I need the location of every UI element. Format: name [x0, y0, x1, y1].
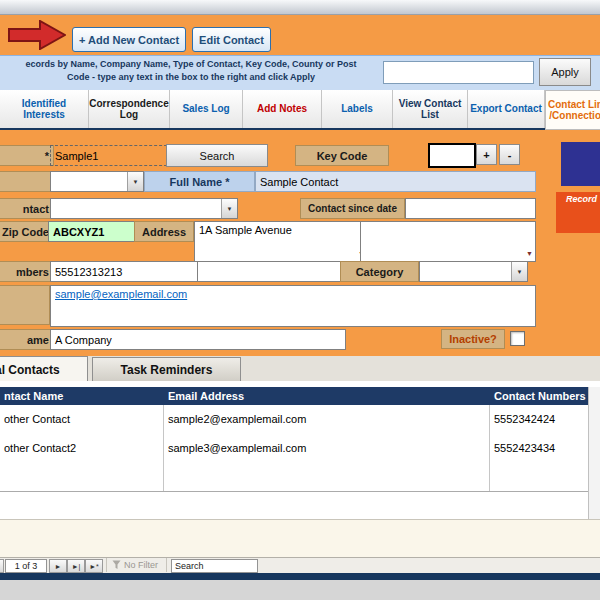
category-label: Category	[340, 261, 419, 282]
key-code-plus-button[interactable]: +	[476, 144, 497, 165]
table-row[interactable]: other Contact sample2@examplemail.com 55…	[0, 405, 588, 435]
cell-contact-numbers[interactable]: 5552423434	[494, 434, 555, 462]
new-record-button[interactable]: ►*	[85, 559, 103, 573]
navigator-divider	[166, 558, 167, 572]
nav-sales-log-button[interactable]: Sales Log	[170, 90, 243, 128]
cell-contact-numbers[interactable]: 5552342424	[494, 405, 555, 433]
inactive-checkbox[interactable]	[510, 331, 525, 346]
contact-since-date-input[interactable]	[405, 198, 536, 219]
previous-record-button[interactable]	[0, 559, 4, 573]
filter-funnel-icon	[112, 560, 121, 570]
contact-number-input-1[interactable]: 55512313213	[50, 261, 207, 282]
filter-status[interactable]: No Filter	[112, 558, 158, 572]
nav-view-contact-list-button[interactable]: View Contact List	[393, 90, 468, 128]
table-row-empty[interactable]	[0, 463, 588, 492]
title-dropdown[interactable]: ▼	[50, 171, 144, 192]
filter-instructions: ecords by Name, Company Name, Type of Co…	[0, 58, 382, 84]
cell-email-address[interactable]: sample3@examplemail.com	[168, 434, 306, 462]
subform-tab-strip	[0, 356, 600, 381]
filter-status-label: No Filter	[124, 560, 158, 570]
apply-button[interactable]: Apply	[539, 58, 591, 86]
window-bottom-bar	[0, 573, 600, 580]
edit-contact-button[interactable]: Edit Contact	[192, 27, 271, 52]
address-field-1[interactable]: 1A Sample Avenue ▼	[194, 221, 368, 262]
nav-export-contact-button[interactable]: Export Contact	[468, 90, 545, 128]
filter-instructions-line1: ecords by Name, Company Name, Type of Co…	[0, 58, 382, 71]
inactive-label: Inactive?	[441, 329, 505, 349]
cell-contact-name[interactable]: other Contact	[4, 405, 70, 433]
address-value: 1A Sample Avenue	[199, 224, 292, 236]
full-name-field[interactable]: Sample Contact	[255, 171, 536, 192]
column-header-contact-name: ntact Name	[4, 387, 63, 405]
column-divider	[163, 405, 164, 491]
zip-code-field[interactable]: ABCXYZ1	[48, 221, 141, 242]
full-name-label: Full Name *	[144, 171, 255, 192]
contact-since-date-label: Contact since date	[300, 198, 405, 219]
navigator-divider	[106, 558, 107, 572]
nav-contact-links-button[interactable]: Contact Links /Connections	[545, 90, 600, 130]
column-header-contact-numbers: Contact Numbers	[494, 387, 586, 405]
chevron-down-icon[interactable]: ▼	[221, 199, 237, 218]
filter-instructions-line2: Code - type any text in the box to the r…	[0, 71, 382, 84]
nav-button-row: Identified Interests Correspondence Log …	[0, 90, 600, 130]
filter-text-input[interactable]	[383, 61, 534, 84]
tab-additional-contacts[interactable]: onal Contacts	[0, 356, 88, 382]
search-button[interactable]: Search	[166, 144, 268, 167]
red-arrow-icon	[8, 20, 66, 50]
email-field[interactable]: sample@examplemail.com	[50, 285, 536, 327]
quick-search-input[interactable]: Sample1	[50, 145, 172, 166]
add-new-contact-button[interactable]: + Add New Contact	[72, 27, 186, 52]
chevron-down-icon[interactable]: ▼	[526, 250, 533, 257]
record-position-box[interactable]: 1 of 3	[5, 559, 47, 573]
table-header-row: ntact Name Email Address Contact Numbers	[0, 387, 588, 405]
table-scrollbar[interactable]	[588, 387, 600, 519]
nav-labels-button[interactable]: Labels	[322, 90, 393, 128]
app-window: + Add New Contact Edit Contact ecords by…	[0, 0, 600, 600]
nav-correspondence-log-button[interactable]: Correspondence Log	[89, 90, 170, 128]
chevron-down-icon[interactable]: ▼	[127, 172, 143, 191]
quick-search-label: *	[0, 145, 54, 166]
address-label: Address	[134, 221, 194, 242]
email-label	[0, 285, 50, 325]
company-name-input[interactable]: A Company	[50, 329, 346, 350]
address-field-2[interactable]: ▼	[360, 221, 536, 262]
logo-box	[561, 142, 600, 186]
contact-number-input-2[interactable]	[197, 261, 346, 282]
type-of-contact-label: ntact	[0, 198, 54, 219]
record-search-input[interactable]: Search	[171, 559, 258, 573]
window-titlebar	[0, 0, 600, 15]
type-of-contact-dropdown[interactable]: ▼	[50, 198, 238, 219]
category-dropdown[interactable]: ▼	[419, 261, 528, 282]
column-header-email-address: Email Address	[168, 387, 244, 405]
nav-add-notes-button[interactable]: Add Notes	[243, 90, 322, 128]
nav-identified-interests-button[interactable]: Identified Interests	[0, 90, 89, 128]
form-footer-area	[0, 519, 600, 558]
next-record-button[interactable]: ►	[49, 559, 67, 573]
column-divider	[489, 405, 490, 491]
cell-email-address[interactable]: sample2@examplemail.com	[168, 405, 306, 433]
key-code-input[interactable]	[428, 143, 476, 168]
contact-numbers-label: mbers	[0, 261, 54, 282]
desktop-area	[0, 580, 600, 600]
tab-task-reminders[interactable]: Task Reminders	[92, 357, 241, 383]
company-name-label: ame	[0, 329, 54, 350]
chevron-down-icon[interactable]: ▼	[511, 262, 527, 281]
last-record-button[interactable]: ►|	[67, 559, 85, 573]
record-badge: Record	[556, 192, 600, 233]
cell-contact-name[interactable]: other Contact2	[4, 434, 76, 462]
table-row[interactable]: other Contact2 sample3@examplemail.com 5…	[0, 434, 588, 464]
key-code-label: Key Code	[295, 145, 389, 166]
email-link[interactable]: sample@examplemail.com	[55, 288, 187, 300]
zip-code-label: Zip Code	[0, 221, 54, 242]
title-label	[0, 171, 54, 192]
key-code-minus-button[interactable]: -	[499, 144, 520, 165]
